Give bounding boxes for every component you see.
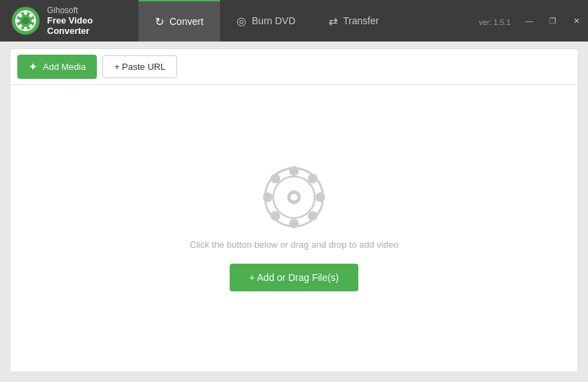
transfer-icon: ⇄ bbox=[329, 15, 338, 28]
paste-url-label: + Paste URL bbox=[114, 62, 165, 72]
svg-point-7 bbox=[29, 24, 33, 28]
svg-point-2 bbox=[24, 12, 28, 15]
svg-point-9 bbox=[19, 24, 22, 28]
window-controls-area: ver: 1.5.1 — ❐ ✕ bbox=[479, 11, 588, 30]
version-text: ver: 1.5.1 bbox=[479, 15, 517, 26]
convert-icon: ↻ bbox=[155, 15, 164, 28]
app-name-top: Gihosoft bbox=[47, 6, 127, 15]
svg-point-15 bbox=[263, 192, 273, 202]
minimize-button[interactable]: — bbox=[517, 11, 541, 30]
add-media-label: Add Media bbox=[43, 62, 86, 72]
drop-zone[interactable]: Click the button below or drag and drop … bbox=[10, 85, 578, 372]
content-area: ✦ Add Media + Paste URL bbox=[0, 42, 588, 382]
toolbar: ✦ Add Media + Paste URL bbox=[10, 48, 578, 84]
add-drag-files-label: + Add or Drag File(s) bbox=[249, 272, 339, 283]
restore-button[interactable]: ❐ bbox=[541, 11, 564, 30]
svg-point-20 bbox=[270, 211, 280, 221]
svg-point-8 bbox=[29, 14, 33, 17]
drop-hint-text: Click the button below or drag and drop … bbox=[190, 239, 398, 250]
drop-zone-container: Click the button below or drag and drop … bbox=[10, 84, 578, 372]
app-title: Gihosoft Free Video Converter bbox=[47, 6, 127, 36]
burn-dvd-icon: ◎ bbox=[237, 15, 246, 28]
svg-point-3 bbox=[24, 27, 28, 30]
svg-point-22 bbox=[291, 194, 297, 201]
add-media-icon: ✦ bbox=[28, 60, 37, 73]
title-bar: Gihosoft Free Video Converter ↻ Convert … bbox=[0, 0, 588, 42]
tab-burn-dvd-label: Burn DVD bbox=[252, 15, 295, 26]
tab-convert-label: Convert bbox=[169, 16, 203, 27]
film-reel-icon bbox=[263, 166, 325, 228]
add-drag-files-button[interactable]: + Add or Drag File(s) bbox=[230, 264, 358, 291]
svg-point-17 bbox=[270, 174, 280, 183]
tab-convert[interactable]: ↻ Convert bbox=[138, 0, 220, 42]
svg-point-4 bbox=[17, 19, 20, 23]
window-controls: — ❐ ✕ bbox=[517, 11, 588, 30]
close-button[interactable]: ✕ bbox=[564, 11, 588, 30]
add-media-button[interactable]: ✦ Add Media bbox=[17, 55, 97, 79]
svg-point-16 bbox=[315, 192, 325, 202]
paste-url-button[interactable]: + Paste URL bbox=[102, 55, 177, 78]
tab-burn-dvd[interactable]: ◎ Burn DVD bbox=[220, 0, 312, 42]
svg-point-18 bbox=[308, 211, 318, 221]
app-logo-area: Gihosoft Free Video Converter bbox=[0, 6, 138, 36]
app-name-bottom: Free Video Converter bbox=[47, 15, 127, 36]
svg-point-19 bbox=[308, 174, 318, 183]
tab-transfer[interactable]: ⇄ Transfer bbox=[312, 0, 396, 42]
svg-point-5 bbox=[32, 19, 35, 23]
svg-point-10 bbox=[22, 17, 29, 24]
tab-transfer-label: Transfer bbox=[343, 15, 379, 26]
app-logo-icon bbox=[11, 6, 40, 35]
svg-point-6 bbox=[19, 14, 22, 17]
svg-point-13 bbox=[289, 166, 299, 176]
nav-tabs: ↻ Convert ◎ Burn DVD ⇄ Transfer bbox=[138, 0, 479, 42]
svg-point-14 bbox=[289, 219, 299, 228]
